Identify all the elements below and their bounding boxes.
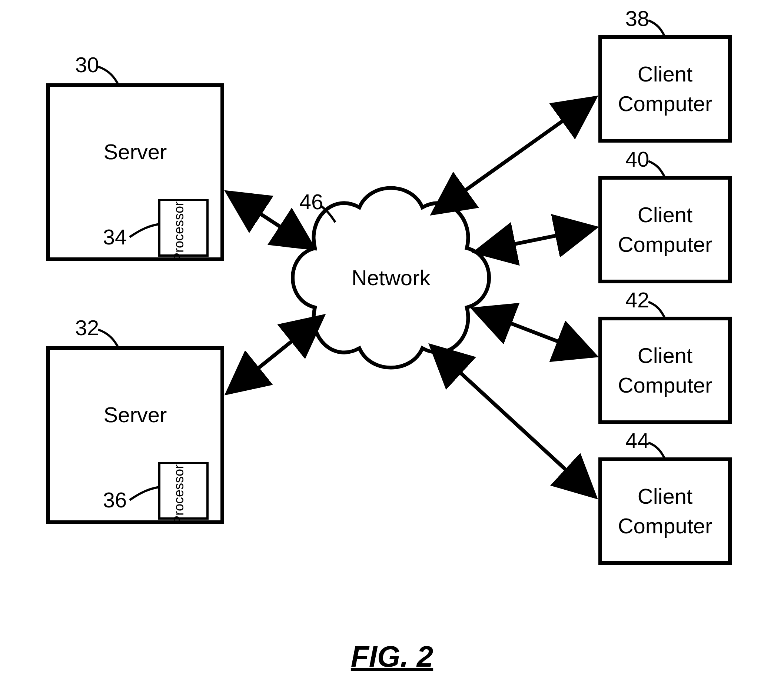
ref-30: 30 [75,53,99,77]
client-44: Client Computer 44 [600,428,730,563]
processor-34-label: Processor [171,202,186,262]
conn-network-client42 [474,309,595,355]
server-30: Server Processor 34 30 [48,53,222,262]
client-42-l2: Computer [618,373,712,397]
svg-rect-5 [600,178,730,282]
ref-44: 44 [626,428,649,453]
ref-34: 34 [103,225,127,249]
ref-46: 46 [299,190,324,214]
client-40-l2: Computer [618,232,712,256]
svg-rect-6 [600,318,730,422]
client-40-l1: Client [638,203,692,227]
server-32: Server Processor 36 32 [48,315,222,525]
client-42: Client Computer 42 [600,288,730,422]
client-44-l1: Client [638,484,692,508]
network-cloud: Network 46 [293,188,489,368]
ref-38: 38 [626,6,649,30]
ref-40: 40 [626,147,649,171]
server-30-label: Server [104,140,167,164]
ref-42: 42 [626,288,649,312]
figure-caption: FIG. 2 [351,640,433,673]
svg-rect-4 [600,37,730,141]
ref-32: 32 [75,315,99,340]
conn-network-client44 [432,346,595,496]
client-38-l2: Computer [618,92,712,115]
server-32-label: Server [104,403,167,427]
processor-36-label: Processor [171,465,186,525]
conn-server32-network [228,317,322,393]
client-38-l1: Client [638,62,692,86]
client-40: Client Computer 40 [600,147,730,282]
svg-rect-7 [600,459,730,563]
client-38: Client Computer 38 [600,6,730,141]
conn-network-client40 [476,228,595,252]
client-44-l2: Computer [618,514,712,538]
ref-36: 36 [103,488,127,512]
network-label: Network [352,265,431,290]
client-42-l1: Client [638,343,692,367]
diagram-canvas: Server Processor 34 30 Server Processor … [0,0,784,700]
conn-network-client38 [434,98,595,213]
